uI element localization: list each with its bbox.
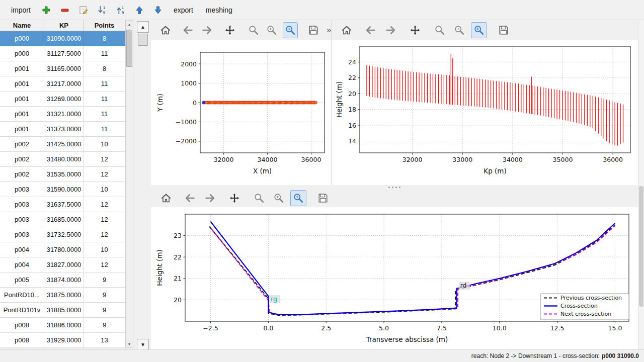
table-scrollbar-thumb[interactable] — [126, 30, 132, 67]
table-row[interactable]: p00831886.00009 — [0, 318, 125, 333]
table-scrollbar[interactable]: ▲ ▼ — [125, 20, 133, 348]
svg-text:34000: 34000 — [258, 156, 278, 163]
table-cell: 31321.0000 — [44, 107, 84, 122]
save-icon[interactable] — [306, 22, 321, 38]
cross-sections-table: Name KP Points p00031090.00008p00031127.… — [0, 20, 125, 348]
back-icon[interactable] — [181, 22, 196, 38]
pan-icon[interactable] — [223, 22, 238, 38]
add-icon[interactable] — [40, 4, 52, 16]
table-cell: 11 — [84, 122, 125, 137]
table-cell: 12 — [84, 167, 125, 182]
plan-view-chart[interactable]: 320003400036000−2000−1000010002000X (m)Y… — [151, 40, 331, 185]
zoom-in-icon[interactable] — [290, 190, 306, 206]
table-cell: 31269.0000 — [44, 92, 84, 107]
zoom-icon[interactable] — [251, 190, 267, 206]
cross-section-chart[interactable]: −2.50.02.55.07.510.012.515.020212223Tran… — [151, 207, 638, 349]
toolbar-overflow-icon[interactable]: » — [327, 26, 331, 35]
svg-text:Previous cross-section: Previous cross-section — [560, 295, 622, 301]
table-row[interactable]: PontRD10...31875.00009 — [0, 288, 125, 303]
selected-section-point — [202, 101, 205, 104]
zoom-plus-icon[interactable] — [271, 190, 287, 206]
section-nav-scrollbar[interactable]: ▲ ▼ — [137, 20, 150, 352]
nav-down-button[interactable]: ▼ — [137, 339, 149, 350]
table-cell: 9 — [84, 273, 125, 288]
back-icon[interactable] — [363, 22, 379, 38]
nav-up-button[interactable]: ▲ — [137, 21, 149, 33]
column-header-kp[interactable]: KP — [44, 20, 84, 31]
table-row[interactable]: p00331685.000012 — [0, 212, 125, 227]
meshing-button[interactable]: meshing — [203, 4, 235, 16]
svg-text:1: 1 — [103, 6, 106, 10]
table-row[interactable]: p00431827.000012 — [0, 257, 125, 273]
move-up-icon[interactable] — [133, 4, 145, 16]
sort-ascending-icon[interactable]: 19 — [115, 4, 127, 16]
table-cell: 31827.0000 — [44, 257, 84, 273]
back-icon[interactable] — [182, 190, 198, 206]
table-row[interactable]: p00231480.000012 — [0, 152, 125, 167]
save-icon[interactable] — [496, 22, 512, 38]
table-row[interactable]: p00131165.00008 — [0, 61, 125, 76]
table-cell: p004 — [0, 257, 44, 273]
move-down-icon[interactable] — [152, 4, 164, 16]
table-row[interactable]: p00531874.00009 — [0, 273, 125, 288]
table-cell: 31480.0000 — [44, 152, 84, 167]
forward-icon[interactable] — [382, 22, 398, 38]
scroll-up-icon[interactable]: ▲ — [126, 21, 133, 28]
table-cell: 8 — [84, 61, 125, 76]
scroll-down-icon[interactable]: ▼ — [126, 340, 133, 347]
table-row[interactable]: p00231425.000010 — [0, 137, 125, 152]
home-icon[interactable] — [339, 22, 355, 38]
table-cell: 31732.5000 — [44, 227, 84, 242]
table-cell: p001 — [0, 92, 44, 107]
remove-icon[interactable] — [59, 4, 71, 16]
longitudinal-profile-chart[interactable]: 3200033000340003500036000141618202224Kp … — [332, 40, 638, 185]
table-row[interactable]: PontRD101v31885.00009 — [0, 303, 125, 318]
export-button[interactable]: export — [171, 4, 196, 16]
svg-text:32000: 32000 — [403, 156, 423, 163]
table-row[interactable]: p00331732.500012 — [0, 227, 125, 242]
table-row[interactable]: p00031090.00008 — [0, 31, 125, 46]
svg-text:22: 22 — [348, 74, 356, 81]
nav-scrollbar-thumb[interactable] — [138, 34, 148, 46]
svg-text:1000: 1000 — [181, 79, 197, 87]
window-scrollbar-thumb[interactable] — [639, 186, 643, 307]
pan-icon[interactable] — [226, 190, 243, 206]
forward-icon[interactable] — [199, 22, 214, 38]
edit-icon[interactable] — [77, 4, 90, 16]
table-cell: p004 — [0, 242, 44, 257]
pan-icon[interactable] — [407, 22, 423, 38]
import-button[interactable]: import — [8, 4, 34, 16]
svg-text:22: 22 — [174, 253, 182, 261]
zoom-in-icon[interactable] — [471, 22, 487, 38]
save-icon[interactable] — [315, 190, 331, 206]
table-row[interactable]: p00131269.000011 — [0, 92, 125, 107]
zoom-icon[interactable] — [246, 22, 261, 38]
zoom-plus-icon[interactable] — [451, 22, 467, 38]
table-row[interactable]: p00431780.000010 — [0, 242, 125, 257]
table-row[interactable]: p00231535.000012 — [0, 167, 125, 182]
table-cell: 31535.0000 — [44, 167, 84, 182]
svg-text:Height (m): Height (m) — [155, 249, 164, 286]
table-row[interactable]: p00131321.000011 — [0, 107, 125, 122]
table-row[interactable]: p00831929.000013 — [0, 333, 125, 348]
zoom-plus-icon[interactable] — [265, 22, 280, 38]
column-header-points[interactable]: Points — [84, 20, 125, 31]
table-row[interactable]: p00131217.000011 — [0, 76, 125, 92]
table-cell: 31165.0000 — [44, 61, 84, 76]
home-icon[interactable] — [158, 190, 174, 206]
zoom-in-icon[interactable] — [283, 22, 298, 38]
window-scrollbar[interactable] — [638, 20, 644, 349]
zoom-icon[interactable] — [432, 22, 448, 38]
table-row[interactable]: p00331637.500012 — [0, 197, 125, 212]
home-icon[interactable] — [158, 22, 173, 38]
forward-icon[interactable] — [202, 190, 218, 206]
annotation-rg: rg — [271, 295, 277, 303]
table-row[interactable]: p00131373.000011 — [0, 122, 125, 137]
table-cell: 11 — [84, 46, 125, 61]
table-header-row: Name KP Points — [0, 20, 125, 31]
table-row[interactable]: p00331590.000010 — [0, 182, 125, 197]
table-row[interactable]: p00031127.500011 — [0, 46, 125, 61]
column-header-name[interactable]: Name — [0, 20, 44, 31]
horizontal-splitter[interactable] — [151, 185, 638, 189]
sort-descending-icon[interactable]: 19 — [96, 4, 108, 16]
